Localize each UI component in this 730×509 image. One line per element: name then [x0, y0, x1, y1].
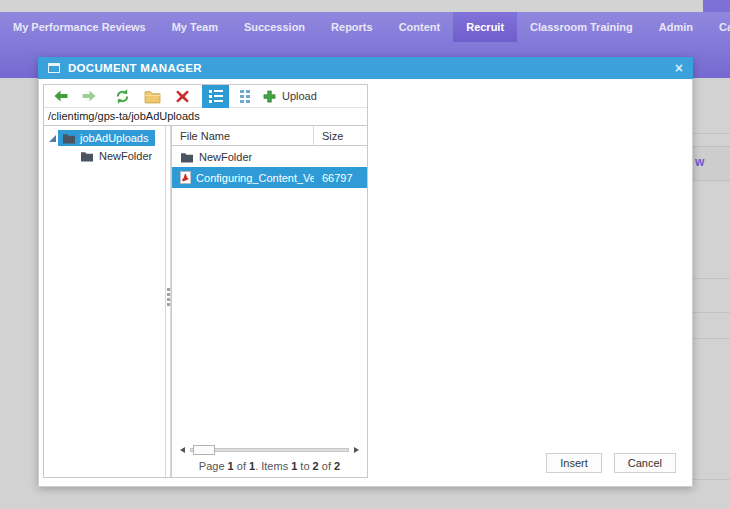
new-folder-glyph — [144, 89, 161, 104]
upload-plus-icon — [262, 89, 277, 104]
scrollbar-thumb[interactable] — [193, 445, 215, 455]
dialog-titlebar: DOCUMENT MANAGER × — [38, 57, 693, 79]
nav-item-care[interactable]: Care — [706, 12, 730, 42]
tree-child-label: NewFolder — [99, 150, 152, 162]
file-list-header: File Name Size — [172, 126, 367, 146]
document-manager-dialog: DOCUMENT MANAGER × — [38, 57, 693, 487]
nav-item-recruit[interactable]: Recruit — [453, 12, 517, 42]
folder-icon — [180, 151, 194, 163]
scroll-left-icon[interactable] — [180, 447, 185, 453]
nav-item-my-team[interactable]: My Team — [159, 12, 231, 42]
dialog-body: Upload /clientimg/gps-ta/jobAdUploads — [38, 79, 693, 487]
nav-item-classroom-training[interactable]: Classroom Training — [517, 12, 646, 42]
nav-item-admin[interactable]: Admin — [646, 12, 706, 42]
pager-text: . Items — [255, 460, 291, 472]
pager-text: of — [319, 460, 334, 472]
list-view-icon — [209, 90, 223, 103]
nav-item-reports[interactable]: Reports — [318, 12, 386, 42]
upload-label: Upload — [282, 90, 317, 102]
close-icon[interactable]: × — [675, 61, 683, 75]
delete-icon[interactable] — [174, 88, 191, 105]
pager-text: Page — [199, 460, 228, 472]
tree-root-label: jobAdUploads — [80, 132, 149, 144]
background-divider — [693, 479, 730, 480]
upload-button[interactable]: Upload — [262, 89, 317, 104]
pager-status: Page 1 of 1. Items 1 to 2 of 2 — [172, 460, 367, 472]
nav-bar: My Performance Reviews My Team Successio… — [0, 12, 730, 42]
cancel-button[interactable]: Cancel — [614, 453, 676, 473]
tree-node-newfolder[interactable]: NewFolder — [80, 150, 165, 162]
scroll-right-icon[interactable] — [354, 447, 359, 453]
nav-item-succession[interactable]: Succession — [231, 12, 318, 42]
forward-arrow-glyph — [81, 88, 97, 104]
tree-expander-icon[interactable] — [49, 135, 56, 142]
file-name: NewFolder — [199, 151, 252, 163]
top-strip — [0, 0, 730, 12]
background-row: w — [693, 146, 730, 181]
screen: My Performance Reviews My Team Successio… — [0, 0, 730, 509]
delete-glyph — [175, 89, 190, 104]
nav-item-content[interactable]: Content — [386, 12, 454, 42]
tree-root-row: jobAdUploads — [44, 130, 165, 146]
tree-node-jobaduploads[interactable]: jobAdUploads — [58, 130, 155, 146]
browser-panes: jobAdUploads NewFolder — [44, 126, 367, 477]
column-header-size[interactable]: Size — [314, 126, 367, 146]
pager-text: to — [297, 460, 312, 472]
new-folder-icon[interactable] — [144, 88, 161, 105]
folder-icon — [62, 132, 76, 144]
list-view-button[interactable] — [202, 85, 229, 108]
file-row-newfolder[interactable]: NewFolder — [172, 146, 367, 167]
background-divider — [693, 338, 730, 339]
background-divider — [693, 312, 730, 313]
back-arrow-icon[interactable] — [52, 88, 69, 105]
path-bar: /clientimg/gps-ta/jobAdUploads — [44, 108, 367, 126]
file-size: 66797 — [314, 172, 367, 184]
column-header-file-name[interactable]: File Name — [172, 126, 314, 146]
background-divider — [693, 278, 730, 279]
background-text-fragment: w — [695, 155, 704, 169]
pager-text: of — [234, 460, 249, 472]
dialog-footer-buttons: Insert Cancel — [546, 453, 676, 473]
pager-number: 2 — [334, 460, 340, 472]
top-strip-corner — [703, 0, 730, 12]
file-row-configuring-content-vendo[interactable]: Configuring_Content_Vendo 66797 — [172, 167, 367, 188]
file-browser-toolbar: Upload — [44, 85, 367, 108]
nav-item-my-performance-reviews[interactable]: My Performance Reviews — [0, 12, 159, 42]
horizontal-scrollbar — [180, 445, 359, 455]
file-name: Configuring_Content_Vendo — [196, 172, 314, 184]
pdf-file-icon — [180, 170, 191, 185]
back-arrow-glyph — [53, 88, 69, 104]
folder-tree: jobAdUploads NewFolder — [44, 126, 165, 477]
insert-button[interactable]: Insert — [546, 453, 602, 473]
refresh-glyph — [114, 88, 131, 105]
scrollbar-track[interactable] — [190, 448, 349, 452]
window-icon — [48, 63, 60, 73]
refresh-icon[interactable] — [114, 88, 131, 105]
file-list: File Name Size NewFolder — [171, 126, 367, 477]
forward-arrow-icon[interactable] — [80, 88, 97, 105]
splitter-grip-icon — [167, 288, 170, 291]
thumbnails-view-icon[interactable] — [240, 90, 250, 103]
dialog-title: DOCUMENT MANAGER — [68, 62, 675, 74]
background-divider — [693, 133, 730, 134]
folder-icon — [80, 150, 94, 162]
file-browser-panel: Upload /clientimg/gps-ta/jobAdUploads — [43, 84, 368, 478]
